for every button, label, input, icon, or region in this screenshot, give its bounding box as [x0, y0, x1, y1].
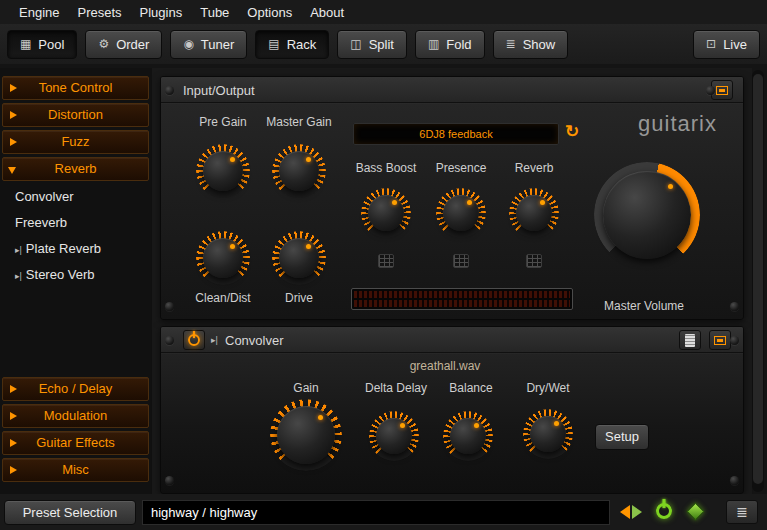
- save-preset-icon: [716, 86, 728, 95]
- sidebar-item-misc[interactable]: Misc: [2, 458, 149, 482]
- live-button[interactable]: ⊡ Live: [693, 30, 760, 59]
- gear-icon: ⚙: [98, 37, 109, 51]
- rack-button[interactable]: ▤ Rack: [255, 30, 329, 59]
- category-label: Fuzz: [61, 134, 89, 149]
- tuner-button[interactable]: ◉ Tuner: [170, 30, 247, 59]
- chevron-down-icon: [8, 167, 16, 174]
- menu-presets[interactable]: Presets: [68, 3, 130, 22]
- sidebar-item-plate-reverb[interactable]: ▸|Plate Reverb: [2, 236, 149, 262]
- tube-selector[interactable]: 6DJ8 feedback: [353, 123, 559, 145]
- guitarix-logo: guitarix: [638, 111, 717, 137]
- plugin-sidebar: Tone Control Distortion Fuzz Reverb Conv…: [0, 68, 152, 494]
- sidebar-item-distortion[interactable]: Distortion: [2, 103, 149, 127]
- sidebar-item-echo-delay[interactable]: Echo / Delay: [2, 377, 149, 401]
- screw-icon: [165, 86, 174, 95]
- ir-file-name: greathall.wav: [345, 359, 545, 373]
- level-meter-right: [354, 300, 570, 307]
- preset-prev-next-arrows[interactable]: [620, 505, 642, 519]
- io-panel: Input/Output Pre Gain Master Gain 6DJ8 f…: [160, 76, 744, 320]
- drive-knob[interactable]: [279, 238, 319, 278]
- delta-delay-knob[interactable]: [376, 418, 412, 454]
- knob-cap: [603, 171, 691, 259]
- category-label: Misc: [62, 462, 89, 477]
- knob-cap: [203, 238, 243, 278]
- power-icon: [188, 334, 200, 346]
- rack-scrollbar[interactable]: [752, 70, 764, 492]
- reverb-label: Reverb: [494, 161, 574, 175]
- balance-label: Balance: [431, 381, 511, 395]
- engine-status-led: [686, 502, 704, 520]
- io-panel-title: Input/Output: [183, 83, 255, 98]
- sidebar-item-fuzz[interactable]: Fuzz: [2, 130, 149, 154]
- knob-cap: [516, 195, 552, 231]
- menu-plugins[interactable]: Plugins: [131, 3, 192, 22]
- knob-cap: [450, 418, 486, 454]
- sidebar-item-stereo-verb[interactable]: ▸|Stereo Verb: [2, 262, 149, 288]
- presence-knob[interactable]: [443, 195, 479, 231]
- setup-button[interactable]: Setup: [595, 424, 649, 450]
- stereo-icon: ▸|: [15, 271, 22, 281]
- screw-icon: [730, 302, 739, 311]
- save-preset-icon: [714, 336, 726, 345]
- knob-cap: [443, 195, 479, 231]
- knob-cap: [368, 195, 404, 231]
- split-button[interactable]: ◫ Split: [337, 30, 407, 59]
- sidebar-item-modulation[interactable]: Modulation: [2, 404, 149, 428]
- log-window-button[interactable]: ≣: [726, 500, 758, 524]
- preset-name-input[interactable]: [142, 500, 610, 525]
- order-button[interactable]: ⚙ Order: [85, 30, 162, 59]
- pre-gain-knob[interactable]: [203, 151, 243, 191]
- menu-about[interactable]: About: [301, 3, 353, 22]
- knob-cap: [279, 238, 319, 278]
- sidebar-item-convolver[interactable]: Convolver: [2, 184, 149, 210]
- plugin-label: Stereo Verb: [26, 267, 95, 282]
- preset-selection-button[interactable]: Preset Selection: [4, 500, 136, 525]
- gain-label: Gain: [266, 381, 346, 395]
- balance-knob[interactable]: [450, 418, 486, 454]
- scrollbar-handle[interactable]: [753, 74, 763, 484]
- save-preset-button[interactable]: [709, 330, 731, 350]
- master-volume-knob[interactable]: [603, 171, 691, 259]
- level-meter: [351, 288, 573, 310]
- show-button[interactable]: ≣ Show: [493, 30, 569, 59]
- toolbar: ▦ Pool ⚙ Order ◉ Tuner ▤ Rack ◫ Split ▥ …: [0, 24, 767, 64]
- engine-power-button[interactable]: [656, 503, 672, 519]
- sidebar-item-freeverb[interactable]: Freeverb: [2, 210, 149, 236]
- presets-file-button[interactable]: [679, 330, 701, 350]
- preset-bar: Preset Selection ≣: [0, 494, 767, 530]
- midi-matrix-button[interactable]: [526, 254, 542, 268]
- sidebar-item-guitar-effects[interactable]: Guitar Effects: [2, 431, 149, 455]
- category-label: Echo / Delay: [39, 381, 113, 396]
- previous-preset-icon: [620, 505, 630, 519]
- chevron-right-icon: [10, 412, 17, 420]
- split-icon: ◫: [350, 37, 361, 51]
- document-icon: [685, 334, 695, 347]
- clean-dist-label: Clean/Dist: [183, 291, 263, 305]
- menu-engine[interactable]: Engine: [10, 3, 68, 22]
- convolver-power-button[interactable]: [183, 330, 205, 350]
- midi-matrix-button[interactable]: [453, 254, 469, 268]
- menu-tube[interactable]: Tube: [191, 3, 238, 22]
- pool-button[interactable]: ▦ Pool: [7, 30, 77, 59]
- bass-boost-label: Bass Boost: [346, 161, 426, 175]
- convolver-panel-header: ▸| Convolver: [161, 327, 743, 353]
- refresh-icon[interactable]: ↻: [565, 121, 579, 142]
- chevron-right-icon: [10, 138, 17, 146]
- sidebar-item-tone-control[interactable]: Tone Control: [2, 76, 149, 100]
- screw-icon: [165, 476, 174, 485]
- midi-matrix-button[interactable]: [378, 254, 394, 268]
- bass-boost-knob[interactable]: [368, 195, 404, 231]
- dry-wet-knob[interactable]: [530, 416, 566, 452]
- screw-icon: [730, 336, 739, 345]
- sidebar-item-reverb[interactable]: Reverb: [2, 157, 149, 181]
- reverb-knob[interactable]: [516, 195, 552, 231]
- clean-dist-knob[interactable]: [203, 238, 243, 278]
- knob-cap: [277, 406, 335, 464]
- dry-wet-label: Dry/Wet: [508, 381, 588, 395]
- menu-options[interactable]: Options: [238, 3, 301, 22]
- gain-knob[interactable]: [277, 406, 335, 464]
- drive-label: Drive: [259, 291, 339, 305]
- chevron-right-icon: [10, 385, 17, 393]
- fold-button[interactable]: ▥ Fold: [415, 30, 485, 59]
- master-gain-knob[interactable]: [279, 151, 319, 191]
